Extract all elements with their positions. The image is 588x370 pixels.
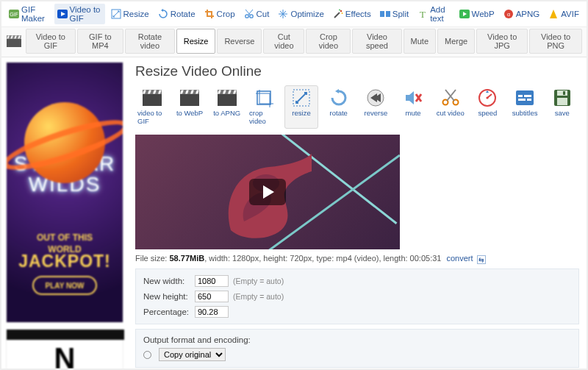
svg-rect-58 [518,95,523,97]
resize-icon [291,88,312,107]
optimize-icon [278,9,288,19]
tool-label: to APNG [213,109,240,117]
output-label: Output format and encoding: [143,335,251,344]
resize-icon [111,9,121,19]
svg-point-9 [341,13,343,14]
svg-marker-18 [550,10,557,18]
tool-to-WebP[interactable]: to WebP [173,85,207,129]
svg-rect-19 [7,39,21,47]
output-radio[interactable] [143,351,151,359]
menu-optimize[interactable]: Optimize [275,7,326,21]
tab-gif-to-mp4[interactable]: GIF to MP4 [77,29,123,54]
menu-webp[interactable]: WebP [456,7,498,21]
tool-crop-video[interactable]: crop video [247,85,282,129]
menu-gif-maker[interactable]: GIFGIF Maker [6,4,51,24]
mute-icon [403,88,423,107]
svg-rect-12 [386,11,390,17]
svg-text:GIF: GIF [10,12,18,17]
menu-label: Cut [257,10,270,18]
svg-rect-37 [218,94,237,106]
play-icon [263,185,274,199]
menu-video-to-gif[interactable]: Video to GIF [54,4,105,24]
height-input[interactable] [195,291,229,302]
tool-reverse[interactable]: reverse [359,85,393,129]
spd-icon [477,88,498,107]
tool-label: reverse [365,109,388,117]
convert-link[interactable]: convert [447,254,473,263]
video-preview[interactable] [135,135,400,249]
menu-effects[interactable]: Effects [330,7,374,21]
crop-icon [254,88,274,107]
menu-split[interactable]: Split [377,7,412,21]
gif-icon: GIF [9,9,19,19]
menu-cut[interactable]: Cut [241,7,273,21]
ad-banner-bottom[interactable]: N [6,329,123,370]
tool-subtitles[interactable]: subtitles [508,85,542,129]
effects-icon [333,9,343,19]
primary-toolbar: GIFGIF MakerVideo to GIFResizeRotateCrop… [1,1,587,27]
tool-label: video to GIF [137,109,168,125]
svg-rect-56 [518,99,526,101]
tool-save[interactable]: save [545,85,579,129]
convert-arrows-icon[interactable]: ⇆ [477,255,486,264]
tool-mute[interactable]: mute [396,85,431,129]
menu-label: Optimize [290,10,323,18]
width-input[interactable] [195,275,229,287]
svg-marker-54 [486,90,489,93]
sub-icon [514,88,535,107]
tool-label: cut video [437,109,465,117]
tool-to-APNG[interactable]: to APNG [209,85,244,129]
tab-video-to-gif[interactable]: Video to GIF [26,29,76,54]
menu-label: APNG [516,10,540,18]
ad-banner-top[interactable]: STELLARWILDS OUT OF THIS WORLDJACKPOT! P… [6,62,123,323]
tool-cut-video[interactable]: cut video [433,85,467,129]
tool-rotate[interactable]: rotate [321,85,356,129]
output-select[interactable]: Copy original [159,348,226,361]
svg-marker-45 [335,89,339,93]
tool-label: to WebP [176,109,203,117]
tab-video-to-png[interactable]: Video to PNG [529,29,582,54]
tab-resize[interactable]: Resize [176,29,216,54]
tab-crop-video[interactable]: Crop video [306,29,351,54]
menu-crop[interactable]: Crop [201,7,238,21]
svg-point-10 [339,10,340,11]
svg-rect-61 [557,90,567,96]
menu-label: Effects [345,10,371,18]
menu-label: Add text [430,5,450,23]
menu-avif[interactable]: AVIF [545,7,582,21]
tab-mute[interactable]: Mute [404,29,436,54]
width-hint: (Empty = auto) [233,277,284,285]
menu-label: Resize [123,10,149,18]
tab-reverse[interactable]: Reverse [217,29,262,54]
output-block: Output format and encoding: Copy origina… [135,329,579,368]
menu-apng[interactable]: αAPNG [501,7,543,21]
rot-icon [329,88,349,107]
rotate-icon [158,9,168,19]
svg-rect-62 [563,91,565,95]
menu-label: GIF Maker [21,5,49,23]
ad-play-button[interactable]: PLAY NOW [32,276,97,295]
tool-video-to-GIF[interactable]: video to GIF [135,85,170,129]
tool-speed[interactable]: speed [470,85,505,129]
menu-resize[interactable]: Resize [108,7,152,21]
play-button[interactable] [249,179,286,205]
text-icon: T [417,9,428,19]
svg-point-53 [487,96,489,99]
tab-video-speed[interactable]: Video speed [352,29,401,54]
tool-resize[interactable]: resize [284,85,319,129]
menu-label: Split [392,10,409,18]
tab-video-to-jpg[interactable]: Video to JPG [476,29,528,54]
tab-cut-video[interactable]: Cut video [263,29,304,54]
tab-merge[interactable]: Merge [437,29,475,54]
percentage-label: Percentage: [143,307,190,316]
menu-rotate[interactable]: Rotate [155,7,198,21]
menu-add-text[interactable]: TAdd text [415,4,453,24]
file-meta: File size: 58.77MiB, width: 1280px, heig… [135,254,579,264]
svg-text:T: T [420,9,426,19]
svg-text:α: α [507,12,510,17]
apng-icon: α [503,9,514,19]
tool-label: subtitles [512,109,538,117]
svg-rect-31 [180,94,199,106]
percentage-input[interactable] [195,306,229,318]
tab-rotate-video[interactable]: Rotate video [125,29,175,54]
